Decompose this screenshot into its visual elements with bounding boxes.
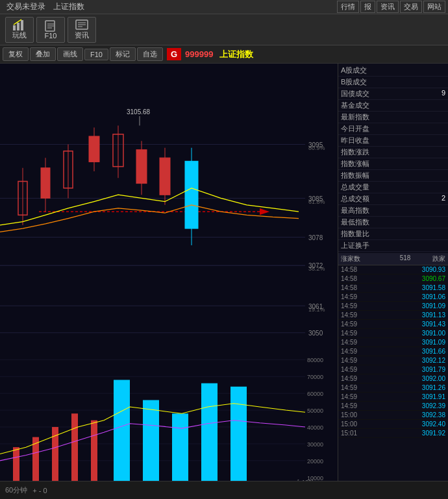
btn-f10[interactable]: F10	[36, 17, 65, 43]
svg-text:70000: 70000	[307, 374, 323, 380]
info-row-pct: 指数涨幅	[338, 158, 448, 170]
tick-time: 14:59	[341, 302, 393, 310]
info-row-ratio: 指数量比	[338, 228, 448, 240]
tick-time: 14:58	[341, 266, 393, 273]
menu-trading2[interactable]: 交易	[400, 1, 422, 13]
svg-rect-42	[136, 150, 147, 184]
tick-price: 3091.79	[393, 366, 446, 373]
main-layout: 3095 80.9% 3085 61.8% 3078 3072 38.2% 30…	[0, 64, 448, 481]
svg-rect-65	[71, 413, 78, 481]
svg-rect-1	[17, 23, 19, 30]
tick-row: 15:01 3091.92	[338, 429, 448, 438]
tick-header-count: 518	[376, 254, 411, 263]
zoom-controls[interactable]: + - 0	[32, 487, 47, 494]
menu-quotes[interactable]: 行情	[337, 1, 359, 13]
tick-price: 3091.92	[393, 430, 446, 437]
svg-text:19.1%: 19.1%	[308, 306, 325, 313]
svg-text:3050: 3050	[308, 330, 323, 337]
chart-area[interactable]: 3095 80.9% 3085 61.8% 3078 3072 38.2% 30…	[0, 64, 338, 481]
tick-header-rise: 涨家数	[341, 254, 376, 263]
tick-row: 14:59 3092.12	[338, 356, 448, 365]
tick-time: 14:58	[341, 284, 393, 291]
tick-time: 15:00	[341, 411, 393, 419]
doc-icon	[44, 20, 58, 32]
val-bond: 9	[442, 89, 445, 99]
menu-website[interactable]: 网站	[423, 1, 445, 13]
tick-row: 14:59 3091.06	[338, 293, 448, 302]
svg-rect-44	[160, 158, 170, 195]
tick-row: 14:59 3091.00	[338, 329, 448, 338]
tick-time: 14:59	[341, 321, 393, 328]
tick-price: 3092.39	[393, 402, 446, 409]
info-row-chg: 指数涨跌	[338, 147, 448, 158]
label-prev: 昨日收盘	[341, 136, 369, 145]
btn-chart-label: 玩线	[12, 30, 27, 40]
tick-price: 3091.13	[393, 311, 446, 319]
tick-time: 14:59	[341, 348, 393, 355]
info-row-a: A股成交	[338, 65, 448, 77]
label-b: B股成交	[341, 77, 367, 87]
menu-index[interactable]: 上证指数	[49, 1, 88, 12]
btn-diejia[interactable]: 叠加	[30, 47, 56, 61]
tick-time: 14:58	[341, 275, 393, 282]
label-ratio: 指数量比	[341, 229, 369, 239]
tick-header: 涨家数 518 跌家	[338, 253, 448, 265]
btn-f10-2[interactable]: F10	[84, 49, 108, 60]
label-high: 最高指数	[341, 206, 369, 215]
tick-price: 3091.58	[393, 284, 446, 291]
menu-news[interactable]: 资讯	[377, 1, 399, 13]
label-a: A股成交	[341, 66, 367, 75]
tick-price: 3091.00	[393, 330, 446, 337]
btn-news[interactable]: 资讯	[68, 17, 96, 43]
svg-rect-62	[13, 447, 19, 481]
info-section: A股成交 B股成交 国债成交 9 基金成交 最新指数 今日开盘	[338, 64, 448, 253]
label-vol: 总成交量	[341, 182, 369, 192]
tick-price: 3090.67	[393, 275, 446, 282]
svg-rect-46	[185, 161, 198, 228]
tick-price: 3090.93	[393, 266, 446, 273]
info-row-vol: 总成交量	[338, 182, 448, 193]
label-low: 最低指数	[341, 217, 369, 227]
btn-f10-label: F10	[45, 32, 57, 40]
info-row-high: 最高指数	[338, 205, 448, 217]
svg-text:60000: 60000	[307, 391, 323, 397]
info-row-bond: 国债成交 9	[338, 88, 448, 100]
btn-fuquan[interactable]: 复权	[3, 47, 29, 61]
tick-header-fall: 跌家	[410, 254, 445, 263]
svg-text:[x100]: [x100]	[297, 479, 313, 481]
tick-price: 3091.09	[393, 339, 446, 346]
tick-time: 14:59	[341, 330, 393, 337]
val-amt: 2	[442, 194, 445, 204]
svg-rect-68	[143, 400, 159, 481]
btn-huaxian[interactable]: 画线	[57, 47, 83, 61]
tick-time: 14:59	[341, 339, 393, 346]
label-chg: 指数涨跌	[341, 147, 369, 157]
svg-rect-70	[201, 383, 218, 481]
info-row-latest: 最新指数	[338, 112, 448, 123]
tick-price: 3092.38	[393, 411, 446, 419]
svg-text:80000: 80000	[307, 357, 323, 363]
svg-text:30000: 30000	[307, 441, 323, 448]
tick-price: 3091.66	[393, 348, 446, 355]
tick-price: 3092.12	[393, 357, 446, 364]
btn-zixuan[interactable]: 自选	[137, 47, 163, 61]
btn-biaoji[interactable]: 标记	[110, 47, 136, 61]
tick-price: 3091.43	[393, 321, 446, 328]
info-row-fund: 基金成交	[338, 100, 448, 112]
tick-row: 14:59 3091.66	[338, 347, 448, 356]
svg-text:20000: 20000	[307, 458, 323, 465]
label-open: 今日开盘	[341, 124, 369, 134]
tick-row: 15:00 3092.40	[338, 420, 448, 429]
tick-price: 3091.91	[393, 393, 446, 400]
stock-name: 上证指数	[217, 49, 256, 60]
menu-report[interactable]: 报	[360, 1, 375, 13]
btn-chart[interactable]: 玩线	[5, 17, 34, 43]
info-row-open: 今日开盘	[338, 123, 448, 135]
svg-marker-17	[260, 208, 269, 215]
bottom-bar: 60分钟 + - 0	[0, 481, 448, 499]
label-pct: 指数涨幅	[341, 159, 369, 169]
menu-trading[interactable]: 交易未登录	[3, 1, 49, 12]
tick-row: 14:59 3091.09	[338, 302, 448, 311]
toolbar: 玩线 F10 资讯	[0, 14, 448, 45]
label-latest: 最新指数	[341, 112, 369, 122]
